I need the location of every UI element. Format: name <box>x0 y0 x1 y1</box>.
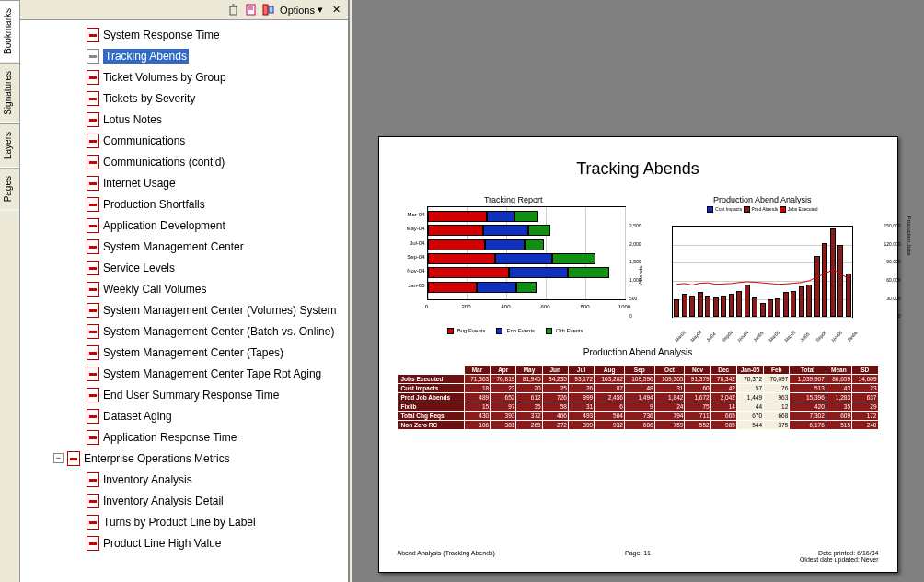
chart2-title: Production Abend Analysis <box>646 195 879 204</box>
bookmark-item[interactable]: System Management Center (Volumes) Syste… <box>20 299 348 320</box>
bookmark-label: System Management Center Tape Rpt Aging <box>103 367 321 380</box>
pdf-icon <box>87 409 99 424</box>
bookmark-label: Inventory Analysis Detail <box>103 495 224 507</box>
expand-bookmark-icon[interactable] <box>262 4 274 16</box>
bookmark-item[interactable]: Weekly Call Volumes <box>20 278 348 299</box>
svg-rect-0 <box>230 6 237 15</box>
pdf-icon <box>87 324 99 339</box>
bookmark-item[interactable]: Turns by Product Line by Label <box>20 511 348 532</box>
footer-page: Page: 11 <box>625 550 651 556</box>
bookmark-label: Inventory Analysis <box>103 473 192 486</box>
tab-layers[interactable]: Layers <box>0 123 19 168</box>
bookmark-label: Application Response Time <box>103 431 237 444</box>
bookmark-label: Ticket Volumes by Group <box>103 71 226 84</box>
bookmark-item[interactable]: Production Shortfalls <box>20 193 348 215</box>
bookmark-item[interactable]: System Management Center (Tapes) <box>20 342 348 363</box>
bookmark-label: End User Summary Response Time <box>103 389 279 402</box>
bookmark-item[interactable]: Application Response Time <box>20 426 348 448</box>
document-viewport[interactable]: Tracking Abends Tracking Report 02004006… <box>352 0 924 582</box>
pdf-icon <box>87 218 99 233</box>
bookmarks-toolbar: Options ▾ ✕ <box>20 0 348 20</box>
bookmark-item[interactable]: Tickets by Severity <box>20 87 348 109</box>
page-title: Tracking Abends <box>398 159 879 179</box>
bookmark-item[interactable]: Application Development <box>20 215 348 236</box>
bookmark-label: Internet Usage <box>103 177 176 190</box>
pdf-icon <box>87 494 99 508</box>
bookmark-item[interactable]: System Management Center Tape Rpt Aging <box>20 363 348 384</box>
bookmark-label: System Management Center (Volumes) Syste… <box>103 304 336 317</box>
document-page: Tracking Abends Tracking Report 02004006… <box>378 136 898 573</box>
pdf-icon <box>87 261 99 275</box>
pdf-icon <box>87 49 99 64</box>
bookmark-label: System Management Center (Tapes) <box>103 346 283 359</box>
bookmark-item[interactable]: Product Line High Value <box>20 532 348 553</box>
new-bookmark-icon[interactable] <box>245 4 257 16</box>
pdf-icon <box>87 282 99 297</box>
pdf-icon <box>87 430 99 445</box>
bookmark-label: Production Shortfalls <box>103 198 205 211</box>
pdf-icon <box>87 112 99 127</box>
pdf-icon <box>87 155 99 169</box>
tracking-report-chart: Tracking Report 02004006008001000Mar-04M… <box>398 195 630 334</box>
table-row: Fixlib15973558316924751444124203529 <box>398 402 878 412</box>
bookmark-item[interactable]: Ticket Volumes by Group <box>20 66 348 87</box>
bookmark-label: Dataset Aging <box>103 410 172 423</box>
bookmark-item[interactable]: Inventory Analysis <box>20 469 348 490</box>
bookmark-item[interactable]: Internet Usage <box>20 172 348 193</box>
bookmark-label: System Management Center <box>103 240 244 253</box>
tab-bookmarks[interactable]: Bookmarks <box>0 0 19 63</box>
bookmark-label: Application Development <box>103 219 225 232</box>
pdf-icon <box>87 70 99 85</box>
page-footer: Abend Analysis (Tracking Abends) Page: 1… <box>398 550 879 563</box>
bookmark-label: Communications (cont'd) <box>103 156 225 169</box>
charts-row: Tracking Report 02004006008001000Mar-04M… <box>398 195 879 334</box>
svg-rect-7 <box>269 6 273 13</box>
bookmarks-tree[interactable]: System Response TimeTracking AbendsTicke… <box>20 20 348 582</box>
bookmark-label: Service Levels <box>103 262 175 274</box>
table-row: Prod Job Abends4896526127269992,4561,494… <box>398 393 878 402</box>
bookmark-item[interactable]: Communications <box>20 130 348 151</box>
bookmark-label: Lotus Notes <box>103 113 162 126</box>
bookmark-item[interactable]: End User Summary Response Time <box>20 384 348 405</box>
bookmark-item[interactable]: System Management Center <box>20 236 348 257</box>
pdf-icon <box>87 303 99 318</box>
collapse-icon[interactable]: − <box>53 453 64 463</box>
bookmark-item[interactable]: Tracking Abends <box>20 45 348 66</box>
bookmark-label: System Management Center (Batch vs. Onli… <box>103 325 334 338</box>
bookmark-label: Tickets by Severity <box>103 92 195 105</box>
svg-rect-6 <box>263 5 268 15</box>
bookmarks-panel: Options ▾ ✕ System Response TimeTracking… <box>20 0 350 582</box>
pdf-icon <box>87 345 99 360</box>
chart1-legend: Bug EventsEnh EventsOth Events <box>398 328 630 334</box>
bookmark-item[interactable]: System Response Time <box>20 24 348 45</box>
bookmark-label: Communications <box>103 134 185 147</box>
chart1-title: Tracking Report <box>398 195 630 204</box>
bookmark-label: System Response Time <box>103 29 220 41</box>
options-menu[interactable]: Options ▾ <box>280 4 323 16</box>
chart2-legend: Cust Impacts Prod Abends Jobs Executed <box>646 206 879 213</box>
bookmark-item[interactable]: Lotus Notes <box>20 109 348 130</box>
abend-data-table: MarAprMayJunJulAugSepOctNovDecJan-05FebT… <box>398 365 879 430</box>
table-section-title: Production Abend Analysis <box>398 347 879 357</box>
bookmark-item[interactable]: Service Levels <box>20 257 348 278</box>
pdf-icon <box>87 472 99 487</box>
tab-signatures[interactable]: Signatures <box>0 63 19 123</box>
options-label: Options <box>280 5 315 16</box>
pdf-icon <box>87 176 99 191</box>
table-row: Jobs Executed71,36376,81981,94584,23593,… <box>398 375 878 384</box>
footer-date-printed: Date printed: 6/16/04 <box>818 550 878 556</box>
bookmark-group[interactable]: −Enterprise Operations Metrics <box>20 448 348 469</box>
bookmark-item[interactable]: Inventory Analysis Detail <box>20 490 348 511</box>
bookmark-item[interactable]: Dataset Aging <box>20 405 348 426</box>
bookmark-label: Enterprise Operations Metrics <box>84 452 230 465</box>
tab-pages[interactable]: Pages <box>0 168 19 210</box>
bookmark-item[interactable]: System Management Center (Batch vs. Onli… <box>20 320 348 342</box>
bookmark-item[interactable]: Communications (cont'd) <box>20 151 348 172</box>
chevron-down-icon: ▾ <box>318 4 323 16</box>
trash-icon[interactable] <box>227 4 239 16</box>
pdf-icon <box>87 515 99 530</box>
close-panel-button[interactable]: ✕ <box>329 4 344 16</box>
abend-analysis-chart: Production Abend Analysis Cust Impacts P… <box>646 195 879 334</box>
bookmark-label: Turns by Product Line by Label <box>103 516 256 529</box>
bookmark-label: Weekly Call Volumes <box>103 283 207 296</box>
